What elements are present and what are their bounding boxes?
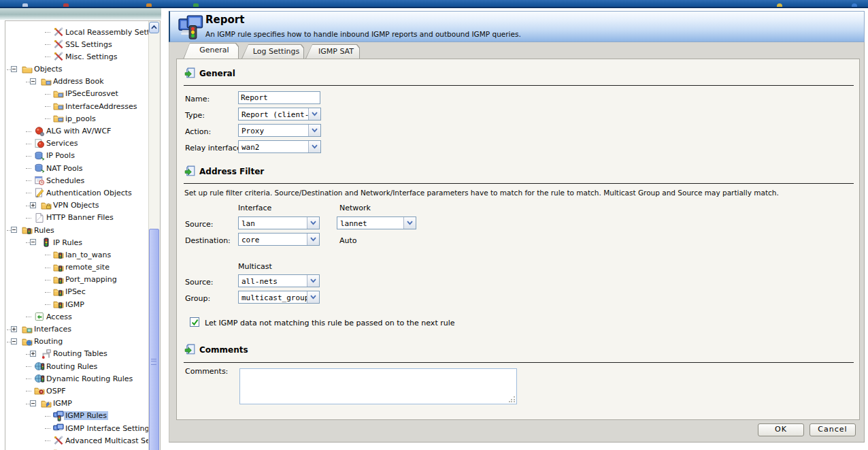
tree-item-services[interactable]: Services — [5, 138, 150, 150]
sidebar-header-strip — [0, 8, 161, 20]
chevron-down-icon[interactable] — [307, 291, 319, 303]
collapse-toggle-icon[interactable] — [11, 338, 17, 344]
tree-item-local-reassembly-settings[interactable]: Local Reassembly Settings — [5, 26, 150, 38]
multicast-group-dropdown[interactable]: multicast_group — [238, 291, 320, 304]
page-title: Report — [205, 14, 244, 26]
tree-item-igmp-rules[interactable]: IGMP Rules — [5, 410, 150, 422]
page-header-banner: Report An IGMP rule specifies how to han… — [169, 11, 865, 42]
tree-item-remote-site[interactable]: remote_site — [5, 261, 150, 274]
main-content-area: General Log Settings IGMP SAT General Na… — [169, 42, 865, 443]
folder-traffic-icon — [53, 287, 64, 298]
chevron-down-icon[interactable] — [307, 217, 319, 229]
tree-item-dynamic-routing-rules[interactable]: Dynamic Routing Rules — [5, 372, 150, 385]
tree-item-routing-rules[interactable]: Routing Rules — [5, 360, 150, 372]
chevron-down-icon[interactable] — [403, 217, 416, 229]
tree-item-label: IGMP — [53, 399, 72, 408]
tree-item-partial[interactable] — [5, 447, 150, 450]
tree-item-alg-with-av-wcf[interactable]: ALG with AV/WCF — [5, 125, 150, 138]
tree-item-http-banner-files[interactable]: HTTP Banner Files — [5, 212, 150, 224]
passthrough-label: Let IGMP data not matching this rule be … — [205, 319, 455, 327]
tree-item-ip-pools[interactable]: ip_pools — [5, 112, 150, 125]
action-label: Action: — [185, 127, 211, 136]
chevron-up-icon — [151, 25, 157, 29]
collapse-toggle-icon[interactable] — [30, 400, 36, 406]
chevron-down-icon[interactable] — [307, 234, 319, 245]
tree-item-authentication-objects[interactable]: Authentication Objects — [5, 187, 150, 199]
toolbar-icon-fragment — [852, 3, 857, 7]
tree-item-label: lan_to_wans — [65, 251, 111, 259]
collapse-toggle-icon[interactable] — [30, 239, 36, 245]
expand-toggle-icon[interactable] — [30, 202, 36, 208]
type-dropdown[interactable]: Report (client->server) — [238, 108, 321, 120]
tree-item-interfaceaddresses[interactable]: InterfaceAddresses — [5, 100, 150, 112]
tree-item-interfaces[interactable]: Interfaces — [5, 323, 150, 336]
folder-icon — [53, 447, 64, 450]
relay-interface-dropdown[interactable]: wan2 — [238, 140, 321, 153]
tree-item-address-book[interactable]: Address Book — [5, 76, 150, 88]
tab-igmp-sat[interactable]: IGMP SAT — [305, 44, 360, 59]
expand-toggle-icon[interactable] — [30, 351, 36, 357]
textarea-resize-grip[interactable] — [509, 396, 515, 402]
chevron-down-icon[interactable] — [308, 108, 320, 120]
tree-item-ipseceurosvet[interactable]: IPSecEurosvet — [5, 88, 150, 100]
tab-general[interactable]: General — [183, 43, 239, 59]
folder-card-icon — [53, 89, 64, 99]
tree-item-label: IP Pools — [46, 151, 75, 160]
route-table-icon — [41, 349, 52, 359]
tree-item-label: IGMP Rules — [64, 411, 108, 420]
tree-item-port-mapping[interactable]: Port_mapping — [5, 274, 150, 286]
tree-item-misc-settings[interactable]: Misc. Settings — [5, 50, 150, 63]
tree-item-ipsec[interactable]: IPSec — [5, 286, 150, 298]
tree-item-access[interactable]: Access — [5, 310, 150, 323]
action-dropdown[interactable]: Proxy — [238, 124, 321, 137]
chevron-down-icon[interactable] — [308, 141, 320, 152]
passthrough-checkbox[interactable] — [190, 317, 199, 327]
tree-item-label: IGMP Interface Settings — [65, 424, 150, 433]
tree-item-routing[interactable]: Routing — [5, 336, 150, 348]
tree-item-igmp-interface-settings[interactable]: IGMP Interface Settings — [5, 422, 150, 434]
chevron-down-icon[interactable] — [308, 125, 320, 136]
source-interface-dropdown[interactable]: lan — [238, 216, 320, 229]
folder-icon — [22, 64, 33, 75]
tree-item-ssl-settings[interactable]: SSL Settings — [5, 38, 150, 50]
source-network-dropdown[interactable]: lannet — [337, 216, 416, 229]
expand-toggle-icon[interactable] — [11, 326, 17, 332]
scrollbar-thumb[interactable] — [149, 229, 159, 450]
toolbar-icon-fragment — [63, 3, 69, 7]
tree-item-lan-to-wans[interactable]: lan_to_wans — [5, 248, 150, 261]
schedule-icon — [34, 175, 45, 186]
browser-toolbar — [0, 0, 868, 8]
name-input[interactable] — [238, 91, 320, 104]
tree-item-igmp[interactable]: IGMP — [5, 298, 150, 310]
collapse-toggle-icon[interactable] — [11, 227, 17, 233]
settings-tools-icon — [53, 39, 64, 50]
multicast-source-dropdown[interactable]: all-nets — [238, 274, 320, 287]
tree-item-objects[interactable]: Objects — [5, 63, 150, 76]
chevron-down-icon[interactable] — [307, 275, 319, 287]
section-divider — [184, 183, 854, 184]
tree-item-routing-tables[interactable]: Routing Tables — [5, 348, 150, 360]
tree-item-ip-rules[interactable]: IP Rules — [5, 236, 150, 248]
tree-item-schedules[interactable]: Schedules — [5, 174, 150, 187]
collapse-toggle-icon[interactable] — [30, 78, 36, 84]
tree-item-vpn-objects[interactable]: VPN Objects — [5, 199, 150, 212]
tree-item-nat-pools[interactable]: NAT Pools — [5, 162, 150, 174]
tree-item-ospf[interactable]: OSPF — [5, 385, 150, 397]
tree-item-ip-pools[interactable]: IP Pools — [5, 150, 150, 162]
tab-log-settings[interactable]: Log Settings — [241, 44, 304, 59]
network-column-header: Network — [339, 204, 371, 212]
name-label: Name: — [185, 95, 210, 103]
tree-item-igmp[interactable]: IGMP — [5, 398, 150, 410]
comments-textarea[interactable] — [239, 368, 517, 404]
tree-scrollbar[interactable] — [148, 21, 160, 450]
check-icon — [191, 319, 199, 326]
tree-item-rules[interactable]: Rules — [5, 224, 150, 236]
destination-interface-dropdown[interactable]: core — [238, 233, 320, 246]
section-title-address-filter: Address Filter — [199, 167, 264, 176]
tree-item-advanced-multicast-settings[interactable]: Advanced Multicast Settings — [5, 434, 150, 447]
section-title-comments: Comments — [199, 345, 248, 355]
collapse-toggle-icon[interactable] — [11, 66, 17, 72]
ok-button[interactable]: OK — [758, 423, 804, 436]
scroll-up-button[interactable] — [149, 22, 159, 33]
cancel-button[interactable]: Cancel — [809, 423, 856, 436]
